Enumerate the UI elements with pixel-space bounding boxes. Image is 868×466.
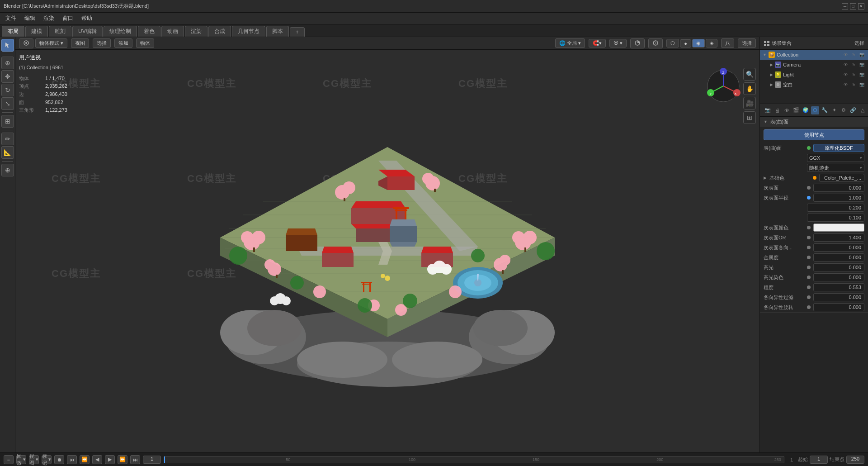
tab-layout[interactable]: 布局 [2,26,24,37]
tab-texture[interactable]: 纹理绘制 [104,26,137,37]
window-controls[interactable]: ─ □ ✕ [842,3,864,10]
ss-r2-value[interactable]: 0.200 [807,204,864,212]
camera-render[interactable]: 📷 [858,61,865,68]
menu-window[interactable]: 窗口 [59,14,77,23]
prop-icon-data[interactable]: △ [859,106,867,114]
base-color-value[interactable]: Color_Palette_... [819,174,864,182]
minimize-button[interactable]: ─ [842,3,848,10]
view-dropdown[interactable]: 视图▾ [29,455,39,464]
use-nodes-button[interactable]: 使用节点 [764,129,864,140]
prop-icon-modifier[interactable]: 🔧 [821,106,829,114]
empty-render[interactable]: 📷 [858,81,865,88]
prop-icon-view[interactable]: 👁 [783,106,791,114]
viewport-add-menu[interactable]: 添加 [114,38,132,48]
prop-icon-world[interactable]: 🌍 [802,106,810,114]
ss-r3-value[interactable]: 0.100 [807,214,864,222]
pan-button[interactable]: ✋ [743,82,756,95]
play-forward[interactable]: ▶ [105,455,115,464]
menu-edit[interactable]: 编辑 [21,14,39,23]
empty-visibility[interactable]: 👁 [842,81,849,88]
collection-visibility[interactable]: 👁 [842,51,849,58]
viewport-proportional[interactable]: ⦿ ▾ [609,39,627,48]
viewport-overlay[interactable] [630,38,645,48]
camera-select[interactable]: 🖱 [850,61,857,68]
tab-uv[interactable]: UV编辑 [72,26,103,37]
tool-cursor[interactable]: ⊕ [1,57,14,69]
ggx-dropdown[interactable]: GGX ▾ [807,154,864,162]
viewport-object-menu[interactable]: 物体 [136,38,154,48]
viewport-view-menu[interactable]: 视图 [71,38,89,48]
current-frame-input[interactable]: 1 [143,456,161,464]
tool-annotate[interactable]: ✏ [1,133,14,145]
shading-render[interactable]: ◈ [706,39,717,48]
viewport-select-menu[interactable]: 选择 [93,38,111,48]
navigation-gizmo[interactable]: X Y Z [705,68,741,104]
timeline-toggle[interactable]: ⏺ [54,455,64,464]
viewport-snap[interactable]: 🧲▾ [589,39,606,48]
shading-material[interactable]: ◉ [692,39,705,48]
tool-measure[interactable]: 📐 [1,146,14,159]
step-back[interactable]: ⏪ [80,455,90,464]
specular-value[interactable]: 0.000 [813,263,864,271]
camera-button[interactable]: 🎥 [743,97,756,109]
step-forward[interactable]: ⏩ [118,455,127,464]
ss-color-swatch[interactable] [813,223,864,232]
light-visibility[interactable]: 👁 [842,71,849,78]
spec-tint-value[interactable]: 0.000 [813,273,864,281]
random-walk-dropdown[interactable]: 随机游走 ▾ [807,164,864,172]
maximize-button[interactable]: □ [850,3,856,10]
viewport-gizmo-btn[interactable]: 八 [721,38,734,48]
viewport-xray[interactable] [648,38,663,48]
prop-icon-object[interactable]: ⬡ [811,106,819,114]
jump-end[interactable]: ⏭ [130,455,140,464]
close-button[interactable]: ✕ [858,3,864,10]
viewport-canvas[interactable]: CG模型主 CG模型主 CG模型主 CG模型主 CG模型主 CG模型主 CG模型… [15,50,760,452]
prop-icon-particles[interactable]: ✦ [830,106,838,114]
tool-add[interactable]: ⊕ [1,164,14,176]
viewport[interactable]: 物体模式 ▾ 视图 选择 添加 物体 🌐 全局 ▾ 🧲▾ ⦿ ▾ ⬡ ● ◉ [15,37,760,452]
start-frame-input[interactable]: 1 [810,456,828,464]
prop-icon-physics[interactable]: ⚙ [840,106,848,114]
tab-compositing[interactable]: 合成 [208,26,231,37]
markers-dropdown[interactable]: 标记▾ [42,455,52,464]
timeline-track[interactable]: 50 100 150 200 250 [164,456,784,463]
prop-icon-output[interactable]: 🖨 [773,106,781,114]
light-render[interactable]: 📷 [858,71,865,78]
prop-icon-scene[interactable]: 🎬 [792,106,800,114]
collection-render[interactable]: 📷 [858,51,865,58]
menu-render[interactable]: 渲染 [40,14,58,23]
tab-animation[interactable]: 动画 [161,26,184,37]
surface-value[interactable]: 原理化BSDF [813,144,864,152]
tool-transform[interactable]: ⊞ [1,115,14,128]
ss-aniso-value[interactable]: 0.000 [813,243,864,252]
menu-help[interactable]: 帮助 [78,14,96,23]
outliner-item-light[interactable]: ▶ 💡 Light 👁 🖱 📷 [767,70,868,80]
outliner-item-empty[interactable]: ▶ ⊕ 空白 👁 🖱 📷 [767,80,868,90]
tool-rotate[interactable]: ↻ [1,84,14,96]
zoom-button[interactable]: 🔍 [743,68,756,81]
empty-select[interactable]: 🖱 [850,81,857,88]
end-frame-input[interactable]: 250 [846,456,864,464]
tool-move[interactable]: ✥ [1,70,14,83]
subsurface-value[interactable]: 0.000 [813,184,864,192]
aniso-value[interactable]: 0.000 [813,293,864,301]
tool-scale[interactable]: ⤡ [1,97,14,110]
collection-select[interactable]: 🖱 [850,51,857,58]
prop-icon-constraints[interactable]: 🔗 [849,106,857,114]
viewport-mode-dropdown[interactable]: 物体模式 ▾ [35,38,67,48]
outliner-item-camera[interactable]: ▶ 📷 Camera 👁 🖱 📷 [767,60,868,70]
viewport-layout-dropdown[interactable]: 🌐 全局 ▾ [555,38,585,48]
tab-add[interactable]: + [290,27,305,37]
ss-radius-value[interactable]: 1.000 [813,194,864,202]
scene-header-select[interactable]: 选择 [854,40,864,47]
tab-render[interactable]: 渲染 [185,26,208,37]
timeline-menu[interactable]: ≡ [4,455,14,464]
light-select[interactable]: 🖱 [850,71,857,78]
ss-ior-value[interactable]: 1.400 [813,233,864,242]
viewport-select2[interactable]: 选择 [738,38,756,48]
prop-icon-render[interactable]: 📷 [764,106,772,114]
playback-dropdown[interactable]: 回放▾ [16,455,26,464]
metallic-value[interactable]: 0.000 [813,253,864,262]
tab-modeling[interactable]: 建模 [25,26,48,37]
aniso-rot-value[interactable]: 0.000 [813,303,864,311]
